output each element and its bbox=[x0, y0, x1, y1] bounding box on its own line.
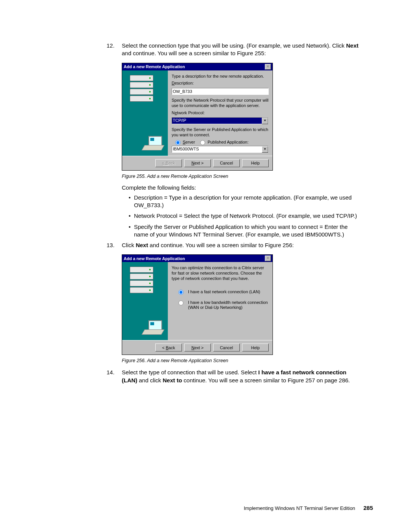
radio-slow-connection[interactable] bbox=[178, 300, 183, 305]
footer-text: Implementing Windows NT Terminal Server … bbox=[244, 505, 355, 511]
server-select[interactable]: IBM5000WTS bbox=[172, 146, 269, 153]
step-number: 13. bbox=[38, 241, 122, 249]
field-bullets: Description = Type in a description for … bbox=[129, 194, 373, 238]
chevron-down-icon[interactable]: ▾ bbox=[262, 146, 268, 153]
back-button[interactable]: < Back bbox=[155, 343, 182, 351]
step-number: 12. bbox=[38, 42, 122, 58]
step-number: 14. bbox=[38, 369, 122, 384]
dialog-titlebar: Add a new Remote Application × bbox=[122, 255, 272, 262]
step-14: 14. Select the type of connection that w… bbox=[38, 369, 373, 384]
bullet-description: Description = Type in a description for … bbox=[129, 194, 373, 209]
next-button[interactable]: Next > bbox=[184, 343, 211, 351]
dialog-content: Type a description for the new remote ap… bbox=[168, 70, 272, 156]
description-label: Description: bbox=[172, 81, 269, 86]
next-button[interactable]: Next > bbox=[184, 159, 211, 167]
step-text: Select the type of connection that will … bbox=[122, 369, 373, 384]
protocol-intro: Specify the Network Protocol that your c… bbox=[172, 98, 269, 109]
cancel-button[interactable]: Cancel bbox=[213, 343, 240, 351]
radio-fast-connection[interactable] bbox=[178, 290, 183, 295]
dialog-sidebar-image bbox=[122, 262, 168, 340]
radio-published-app[interactable] bbox=[200, 140, 205, 145]
help-button[interactable]: Help bbox=[242, 343, 269, 351]
dialog-add-remote-app-1: Add a new Remote Application × Type a de… bbox=[122, 63, 273, 171]
radio-slow-label: I have a low bandwidth network connectio… bbox=[188, 300, 269, 311]
dialog-title: Add a new Remote Application bbox=[124, 64, 185, 69]
dialog-intro: Type a description for the new remote ap… bbox=[172, 74, 269, 79]
dialog-titlebar: Add a new Remote Application × bbox=[122, 63, 272, 70]
radio-server[interactable] bbox=[175, 140, 180, 145]
bullet-protocol: Network Protocol = Select the type of Ne… bbox=[129, 212, 373, 220]
dialog-intro: You can optimize this connection to a Ci… bbox=[172, 265, 269, 281]
figure-256-caption: Figure 256. Add a new Remote Application… bbox=[122, 358, 373, 363]
close-icon[interactable]: × bbox=[265, 256, 271, 261]
description-input[interactable] bbox=[172, 88, 269, 95]
step-12: 12. Select the connection type that you … bbox=[38, 42, 373, 58]
dialog-sidebar-image bbox=[122, 70, 168, 156]
dialog-title: Add a new Remote Application bbox=[124, 256, 185, 261]
bullet-server: Specify the Server or Published Applicat… bbox=[129, 223, 373, 239]
protocol-select[interactable]: TCP/IP bbox=[172, 117, 269, 124]
back-button: < Back bbox=[155, 159, 182, 167]
dialog-content: You can optimize this connection to a Ci… bbox=[168, 262, 272, 340]
step-13: 13. Click Next and continue. You will se… bbox=[38, 241, 373, 249]
chevron-down-icon[interactable]: ▾ bbox=[262, 118, 268, 124]
step-text: Select the connection type that you will… bbox=[122, 42, 373, 58]
close-icon[interactable]: × bbox=[265, 64, 271, 70]
step-text: Click Next and continue. You will see a … bbox=[122, 241, 373, 249]
radio-pubapp-label: Published Application: bbox=[207, 140, 249, 145]
dialog-add-remote-app-2: Add a new Remote Application × You can o… bbox=[122, 254, 273, 355]
help-button[interactable]: Help bbox=[242, 159, 269, 167]
figure-255-caption: Figure 255. Add a new Remote Application… bbox=[122, 174, 373, 179]
radio-fast-label: I have a fast network connection (LAN) bbox=[188, 289, 260, 295]
protocol-label: Network Protocol: bbox=[172, 110, 269, 116]
complete-fields-para: Complete the following fields: bbox=[122, 184, 362, 191]
server-intro: Specify the Server or Published Applicat… bbox=[172, 127, 269, 138]
dialog-button-row: < Back Next > Cancel Help bbox=[122, 340, 272, 355]
page-footer: Implementing Windows NT Terminal Server … bbox=[244, 505, 373, 511]
dialog-button-row: < Back Next > Cancel Help bbox=[122, 156, 272, 170]
cancel-button[interactable]: Cancel bbox=[213, 159, 240, 167]
radio-server-label: Server bbox=[183, 140, 195, 145]
document-page: 12. Select the connection type that you … bbox=[0, 0, 411, 532]
page-number: 285 bbox=[363, 505, 373, 511]
